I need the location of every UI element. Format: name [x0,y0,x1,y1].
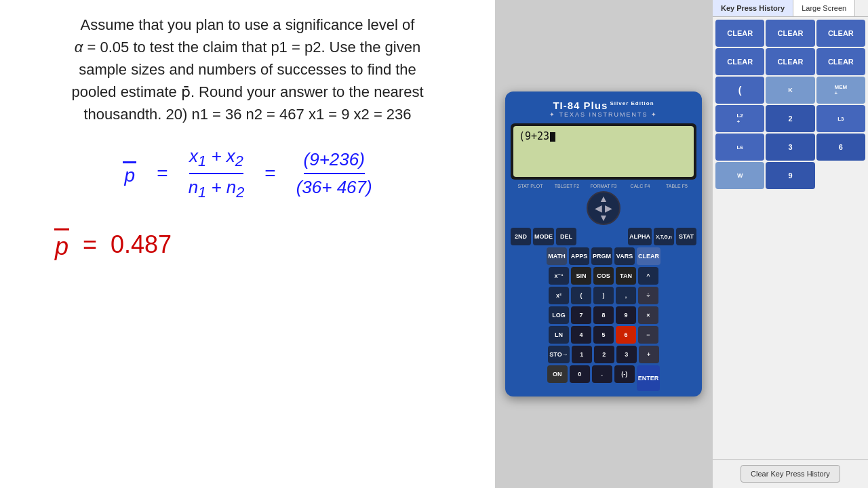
calc-key-rows: 2ND MODE DEL ALPHA X,T,Θ,n STAT MATH APP… [511,228,696,391]
formula-equals2: = [264,163,275,184]
row1: 2ND MODE DEL ALPHA X,T,Θ,n STAT [511,228,696,245]
calc-sub-brand: ✦ TEXAS INSTRUMENTS ✦ [511,111,696,118]
tab-large-screen[interactable]: Large Screen [793,0,855,16]
history-key-6[interactable]: 6 [816,134,865,161]
key-clear[interactable]: CLEAR [637,247,660,265]
key-6[interactable]: 6 [616,326,636,344]
key-negate[interactable]: (-) [614,365,635,383]
fraction-numerator2: (9+236) [304,149,365,174]
history-key-2[interactable]: 2 [766,105,814,132]
key-2[interactable]: 2 [594,346,614,363]
key-rparen[interactable]: ) [593,287,614,304]
calculator-panel: TI-84 Plus Silver Edition ✦ TEXAS INSTRU… [495,0,712,488]
row6: LN 4 5 6 − [511,326,696,344]
formula-area: p = x1 + x2 n1 + n2 = (9+236) (36+ 467) [14,146,481,201]
whiteboard-panel: Assume that you plan to use a significan… [0,0,495,488]
history-key-clear-6[interactable]: CLEAR [816,48,865,75]
key-7[interactable]: 7 [571,306,591,324]
key-2nd[interactable]: 2ND [511,228,531,245]
history-key-l6[interactable]: L6 [715,134,764,161]
history-key-l2[interactable]: L2+ [715,105,764,132]
history-key-clear-4[interactable]: CLEAR [715,48,764,75]
format-label: FORMAT F3 [585,184,622,188]
key-4[interactable]: 4 [571,326,591,344]
clear-history-button[interactable]: Clear Key Press History [741,465,840,483]
key-prgm[interactable]: PRGM [591,247,612,265]
key-decimal[interactable]: . [592,365,612,383]
key-xtn[interactable]: X,T,Θ,n [654,228,674,245]
history-key-mem[interactable]: MEM+ [816,77,865,104]
row4: x² ( ) , ÷ [511,287,696,304]
history-grid: CLEAR CLEAR CLEAR CLEAR CLEAR CLEAR ( K … [713,17,868,459]
key-apps[interactable]: APPS [569,247,589,265]
key-plus[interactable]: + [639,346,659,363]
history-key-clear-2[interactable]: CLEAR [766,20,814,47]
key-vars[interactable]: VARS [614,247,635,265]
calc-brand: TI-84 Plus Silver Edition [511,100,696,111]
stat-plot-label: STAT PLOT [512,184,549,188]
key-sin[interactable]: SIN [571,267,591,285]
key-xinverse[interactable]: x⁻¹ [549,267,569,285]
answer-p-bar: p [54,228,69,261]
calculator[interactable]: TI-84 Plus Silver Edition ✦ TEXAS INSTRU… [505,92,702,396]
formula-equals1: = [157,163,167,184]
key-comma[interactable]: , [616,287,636,304]
key-1[interactable]: 1 [572,346,592,363]
row8: ON 0 . (-) ENTER [511,365,696,391]
calc-screen-area: (9+23 [511,123,696,180]
key-power[interactable]: ^ [638,267,658,285]
key-math[interactable]: MATH [547,247,567,265]
key-divide[interactable]: ÷ [638,287,658,304]
key-0[interactable]: 0 [570,365,590,383]
history-key-l3[interactable]: L3 [816,105,865,132]
history-key-k[interactable]: K [766,77,814,104]
p-bar-label: p [123,161,136,186]
key-ln[interactable]: LN [549,326,569,344]
row7: STO→ 1 2 3 + [511,346,696,363]
fraction-denominator2: (36+ 467) [296,174,372,198]
key-xsquare[interactable]: x² [549,287,569,304]
key-stat[interactable]: STAT [676,228,696,245]
history-key-clear-3[interactable]: CLEAR [816,20,865,47]
row2: MATH APPS PRGM VARS CLEAR [511,247,696,265]
answer-value: 0.487 [111,230,172,259]
history-key-clear-1[interactable]: CLEAR [715,20,764,47]
history-tabs: Key Press History Large Screen [713,0,868,17]
key-tan[interactable]: TAN [616,267,636,285]
key-multiply[interactable]: × [638,306,658,324]
row3: x⁻¹ SIN COS TAN ^ [511,267,696,285]
history-key-clear-5[interactable]: CLEAR [766,48,814,75]
calc-screen: (9+23 [513,126,694,177]
tab-key-press-history[interactable]: Key Press History [713,0,793,16]
problem-text: Assume that you plan to use a significan… [14,14,481,125]
answer-equals: = [83,230,97,259]
function-row: STAT PLOT TBLSET F2 FORMAT F3 CALC F4 TA… [511,184,696,188]
nav-area: ▲◀ ▶▼ [511,191,696,225]
key-8[interactable]: 8 [593,306,614,324]
history-key-3[interactable]: 3 [766,134,814,161]
key-lparen[interactable]: ( [571,287,591,304]
nav-arrows: ▲◀ ▶▼ [595,194,612,222]
history-key-empty [816,162,865,189]
history-key-w[interactable]: W [715,162,764,189]
whiteboard-content: Assume that you plan to use a significan… [14,14,481,261]
key-mode[interactable]: MODE [533,228,554,245]
key-5[interactable]: 5 [593,326,614,344]
key-log[interactable]: LOG [549,306,569,324]
key-3[interactable]: 3 [616,346,637,363]
key-minus[interactable]: − [638,326,658,344]
key-9[interactable]: 9 [616,306,636,324]
fraction-numerator1: x1 + x2 [189,146,243,174]
key-cos[interactable]: COS [593,267,614,285]
screen-text: (9+23 [519,130,555,142]
key-sto[interactable]: STO→ [548,346,569,363]
row5: LOG 7 8 9 × [511,306,696,324]
formula-fraction2: (9+236) (36+ 467) [296,149,372,198]
key-alpha[interactable]: ALPHA [628,228,652,245]
history-key-lparen[interactable]: ( [715,77,764,104]
nav-circle[interactable]: ▲◀ ▶▼ [587,191,620,225]
key-on[interactable]: ON [547,365,568,383]
key-del[interactable]: DEL [556,228,576,245]
key-enter[interactable]: ENTER [637,365,660,391]
history-key-9[interactable]: 9 [766,162,814,189]
